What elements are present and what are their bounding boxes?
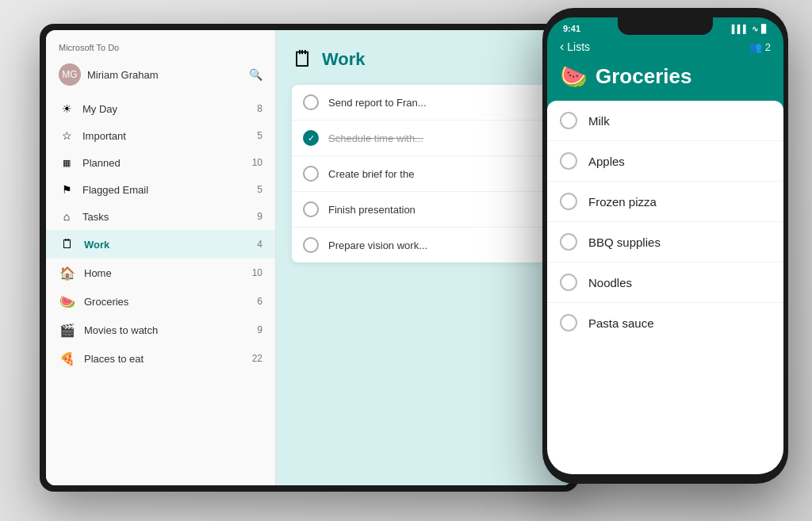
sidebar-item-count: 22 (252, 353, 262, 364)
sidebar-item-label: Places to eat (84, 353, 252, 365)
avatar: MG (59, 63, 81, 86)
sidebar-item-planned[interactable]: ▦ Planned 10 (46, 149, 275, 176)
sidebar-item-count: 10 (252, 267, 262, 278)
sidebar-item-tasks[interactable]: ⌂ Tasks 9 (46, 203, 275, 230)
sidebar: Microsoft To Do MG Miriam Graham 🔍 ☀ My … (46, 30, 276, 485)
task-item[interactable]: Finish presentation (292, 192, 557, 228)
grocery-list: Milk Apples Frozen pizza BBQ supplies No (547, 101, 783, 474)
app-title: Microsoft To Do (59, 43, 262, 52)
sidebar-item-count: 4 (257, 239, 262, 250)
signal-icon: ▌▌▌ (732, 25, 749, 33)
task-text: Schedule time with... (328, 132, 423, 144)
task-text: Prepare vision work... (328, 239, 427, 251)
sidebar-item-work[interactable]: 🗒 Work 4 (46, 230, 275, 259)
groceries-title: Groceries (596, 64, 691, 89)
task-checkbox[interactable] (303, 130, 319, 146)
user-name: Miriam Graham (87, 69, 159, 81)
tablet-screen: Microsoft To Do MG Miriam Graham 🔍 ☀ My … (46, 30, 573, 485)
sidebar-item-groceries[interactable]: 🍉 Groceries 6 (46, 287, 275, 316)
sidebar-nav: ☀ My Day 8 ☆ Important 5 ▦ Planned 1 (46, 95, 275, 485)
tasks-icon: ⌂ (59, 209, 75, 224)
task-checkbox[interactable] (303, 237, 319, 253)
sidebar-header: Microsoft To Do MG Miriam Graham 🔍 (46, 30, 275, 95)
wifi-icon: ∿ (752, 25, 758, 33)
sidebar-item-count: 5 (257, 130, 262, 141)
planned-icon: ▦ (59, 155, 75, 170)
back-label: Lists (567, 40, 590, 53)
sidebar-item-places[interactable]: 🍕 Places to eat 22 (46, 344, 275, 373)
grocery-checkbox[interactable] (560, 314, 577, 331)
user-info: MG Miriam Graham (59, 63, 159, 86)
phone-screen: 9:41 ▌▌▌ ∿ ▊ ‹ Lists 👥 2 (547, 17, 783, 474)
important-icon: ☆ (59, 128, 75, 144)
grocery-text: Noodles (588, 276, 632, 289)
task-item[interactable]: Schedule time with... (292, 121, 557, 156)
user-row: MG Miriam Graham 🔍 (59, 60, 262, 89)
grocery-text: Apples (588, 155, 625, 168)
sidebar-item-count: 9 (257, 324, 262, 335)
share-button[interactable]: 👥 2 (749, 41, 771, 53)
battery-icon: ▊ (761, 25, 768, 33)
sidebar-item-count: 8 (257, 103, 262, 114)
sidebar-item-label: My Day (82, 103, 257, 115)
main-content: 🗒 Work Send report to Fran... Schedule t… (276, 30, 573, 485)
back-chevron-icon: ‹ (560, 40, 564, 54)
grocery-item[interactable]: Apples (547, 141, 783, 182)
grocery-checkbox[interactable] (560, 112, 577, 129)
task-text: Finish presentation (328, 204, 416, 216)
grocery-text: BBQ supplies (588, 236, 661, 249)
home-list-icon: 🏠 (59, 264, 76, 282)
work-list-icon: 🗒 (59, 236, 76, 253)
grocery-text: Milk (588, 114, 610, 128)
sidebar-item-label: Planned (82, 157, 252, 169)
task-item[interactable]: Prepare vision work... (292, 228, 557, 262)
grocery-item[interactable]: Milk (547, 101, 783, 141)
sidebar-item-movies[interactable]: 🎬 Movies to watch 9 (46, 316, 275, 344)
grocery-checkbox[interactable] (560, 152, 577, 170)
scene: Microsoft To Do MG Miriam Graham 🔍 ☀ My … (0, 0, 812, 521)
groceries-header: 🍉 Groceries (547, 60, 783, 101)
status-icons: ▌▌▌ ∿ ▊ (732, 25, 768, 33)
sidebar-item-flagged-email[interactable]: ⚑ Flagged Email 5 (46, 176, 275, 203)
task-checkbox[interactable] (303, 94, 319, 110)
groceries-list-icon: 🍉 (59, 293, 76, 310)
flagged-email-icon: ⚑ (59, 182, 75, 197)
task-text: Send report to Fran... (328, 97, 427, 109)
grocery-item[interactable]: Noodles (547, 262, 783, 303)
task-checkbox[interactable] (303, 166, 319, 182)
search-button[interactable]: 🔍 (249, 68, 262, 81)
grocery-checkbox[interactable] (560, 274, 577, 291)
sidebar-item-label: Flagged Email (82, 184, 257, 196)
grocery-checkbox[interactable] (560, 233, 577, 251)
groceries-emoji: 🍉 (560, 63, 588, 90)
sidebar-item-count: 5 (257, 184, 262, 195)
sidebar-item-my-day[interactable]: ☀ My Day 8 (46, 95, 275, 122)
sidebar-item-label: Groceries (84, 296, 257, 308)
work-icon: 🗒 (292, 46, 314, 72)
grocery-text: Frozen pizza (588, 195, 657, 209)
work-header: 🗒 Work (292, 46, 557, 72)
grocery-item[interactable]: BBQ supplies (547, 222, 783, 262)
sidebar-item-count: 6 (257, 296, 262, 307)
sidebar-item-important[interactable]: ☆ Important 5 (46, 122, 275, 149)
phone-nav-bar: ‹ Lists 👥 2 (547, 36, 783, 60)
phone-notch (618, 17, 713, 35)
task-list: Send report to Fran... Schedule time wit… (292, 85, 557, 262)
status-time: 9:41 (563, 24, 580, 33)
people-icon: 👥 (749, 41, 762, 53)
movies-list-icon: 🎬 (59, 321, 76, 339)
phone: 9:41 ▌▌▌ ∿ ▊ ‹ Lists 👥 2 (542, 8, 788, 484)
task-text: Create brief for the (328, 168, 414, 180)
sidebar-item-label: Work (84, 239, 257, 251)
sidebar-item-label: Tasks (82, 211, 257, 223)
task-item[interactable]: Send report to Fran... (292, 85, 557, 121)
grocery-item[interactable]: Frozen pizza (547, 182, 783, 222)
back-button[interactable]: ‹ Lists (560, 40, 590, 54)
my-day-icon: ☀ (59, 101, 75, 117)
task-checkbox[interactable] (303, 201, 319, 217)
grocery-checkbox[interactable] (560, 193, 577, 210)
task-item[interactable]: Create brief for the (292, 156, 557, 192)
sidebar-item-count: 10 (252, 157, 262, 168)
sidebar-item-home[interactable]: 🏠 Home 10 (46, 259, 275, 287)
grocery-item[interactable]: Pasta sauce (547, 303, 783, 343)
